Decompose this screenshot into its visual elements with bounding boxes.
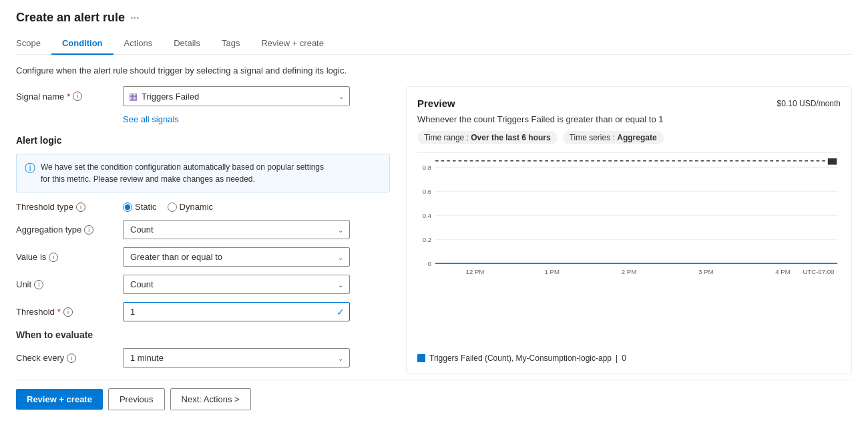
svg-text:3 PM: 3 PM	[698, 268, 713, 275]
preview-time-range-label: Time range :	[424, 133, 469, 142]
threshold-type-row: Threshold type i Static Dynamic	[16, 202, 390, 212]
page-description: Configure when the alert rule should tri…	[16, 65, 852, 76]
tab-review-create[interactable]: Review + create	[250, 33, 335, 55]
legend-separator: |	[616, 354, 618, 363]
threshold-info-icon[interactable]: i	[63, 307, 73, 317]
svg-text:1 PM: 1 PM	[545, 268, 560, 275]
threshold-row: Threshold * i ✓	[16, 302, 390, 321]
preview-time-series-value: Aggregate	[617, 133, 656, 142]
next-actions-button[interactable]: Next: Actions >	[170, 388, 251, 410]
preview-description: Whenever the count Triggers Failed is gr…	[417, 114, 841, 124]
threshold-dynamic-option[interactable]: Dynamic	[168, 202, 214, 212]
signal-bar-icon: ▦	[129, 91, 138, 102]
svg-text:0.4: 0.4	[423, 212, 432, 219]
page-title: Create an alert rule	[16, 11, 125, 25]
unit-select[interactable]: Count	[123, 275, 350, 294]
aggregation-type-select[interactable]: Count	[123, 220, 350, 239]
svg-text:0.8: 0.8	[423, 164, 431, 171]
preview-time-series-tag: Time series : Aggregate	[563, 131, 664, 144]
signal-name-value: Triggers Failed	[142, 92, 329, 102]
value-is-info-icon[interactable]: i	[49, 253, 58, 262]
check-every-info-icon[interactable]: i	[67, 354, 76, 363]
check-every-select[interactable]: 1 minute	[123, 348, 350, 368]
see-all-signals-link[interactable]: See all signals	[123, 114, 390, 124]
threshold-static-label: Static	[135, 202, 157, 212]
svg-text:0.2: 0.2	[423, 236, 431, 243]
signal-chevron-icon: ⌄	[339, 93, 344, 100]
review-create-button[interactable]: Review + create	[16, 389, 103, 410]
threshold-type-info-icon[interactable]: i	[76, 202, 85, 212]
aggregation-type-wrapper: Count ⌄	[123, 220, 350, 239]
value-is-label: Value is	[16, 252, 46, 262]
previous-button[interactable]: Previous	[108, 388, 165, 410]
legend-label: Triggers Failed (Count), My-Consumption-…	[429, 354, 612, 363]
chart-legend: Triggers Failed (Count), My-Consumption-…	[417, 354, 841, 363]
tab-actions[interactable]: Actions	[114, 33, 164, 55]
preview-title: Preview	[417, 98, 455, 109]
signal-name-dropdown[interactable]: ▦ Triggers Failed ⌄	[123, 86, 350, 106]
chart-area: 0.8 0.6 0.4 0.2 0	[417, 152, 841, 348]
alert-logic-title: Alert logic	[16, 135, 390, 146]
threshold-label: Threshold	[16, 307, 55, 317]
preview-time-range-value: Over the last 6 hours	[471, 133, 550, 142]
threshold-dynamic-label: Dynamic	[180, 202, 214, 212]
legend-color-box	[417, 354, 425, 362]
left-panel: Signal name * i ▦ Triggers Failed ⌄ See …	[16, 86, 390, 374]
check-every-wrapper: 1 minute ⌄	[123, 348, 350, 368]
unit-info-icon[interactable]: i	[34, 280, 43, 289]
svg-text:4 PM: 4 PM	[775, 268, 790, 275]
svg-text:0.6: 0.6	[423, 188, 431, 195]
preview-header: Preview $0.10 USD/month	[417, 98, 841, 109]
threshold-check-icon: ✓	[337, 307, 345, 317]
svg-text:0: 0	[428, 260, 431, 267]
threshold-input[interactable]	[123, 302, 350, 321]
nav-tabs: Scope Condition Actions Details Tags Rev…	[16, 33, 852, 55]
aggregation-type-row: Aggregation type i Count ⌄	[16, 220, 390, 239]
when-to-evaluate-title: When to evaluate	[16, 329, 390, 340]
info-banner: ⓘ We have set the condition configuratio…	[16, 154, 390, 192]
preview-panel: Preview $0.10 USD/month Whenever the cou…	[406, 86, 852, 374]
page-title-dots: ···	[130, 12, 139, 24]
signal-name-required: *	[67, 92, 70, 102]
threshold-static-option[interactable]: Static	[123, 202, 157, 212]
unit-row: Unit i Count ⌄	[16, 275, 390, 294]
tab-condition[interactable]: Condition	[51, 33, 114, 55]
value-is-row: Value is i Greater than or equal to ⌄	[16, 247, 390, 267]
tab-tags[interactable]: Tags	[211, 33, 250, 55]
signal-name-label: Signal name	[16, 92, 64, 102]
svg-text:UTC-07:00: UTC-07:00	[803, 268, 834, 275]
signal-name-row: Signal name * i ▦ Triggers Failed ⌄	[16, 86, 390, 106]
svg-text:2 PM: 2 PM	[622, 268, 636, 275]
preview-cost: $0.10 USD/month	[777, 99, 841, 108]
aggregation-type-label: Aggregation type	[16, 225, 81, 235]
threshold-required: *	[57, 307, 61, 317]
tab-scope[interactable]: Scope	[16, 33, 51, 55]
svg-text:12 PM: 12 PM	[466, 268, 485, 275]
check-every-label: Check every	[16, 353, 64, 363]
signal-name-info-icon[interactable]: i	[73, 92, 82, 101]
info-banner-icon: ⓘ	[25, 162, 35, 176]
unit-wrapper: Count ⌄	[123, 275, 350, 294]
check-every-row: Check every i 1 minute ⌄	[16, 348, 390, 368]
preview-chart: 0.8 0.6 0.4 0.2 0	[417, 158, 841, 279]
svg-rect-11	[828, 158, 837, 164]
preview-tags: Time range : Over the last 6 hours Time …	[417, 131, 841, 144]
value-is-select[interactable]: Greater than or equal to	[123, 247, 350, 267]
threshold-input-wrapper: ✓	[123, 302, 350, 321]
threshold-type-label: Threshold type	[16, 202, 73, 212]
preview-time-range-tag: Time range : Over the last 6 hours	[417, 131, 558, 144]
value-is-wrapper: Greater than or equal to ⌄	[123, 247, 350, 267]
aggregation-type-info-icon[interactable]: i	[84, 225, 93, 235]
preview-time-series-label: Time series :	[570, 133, 615, 142]
legend-value: 0	[622, 354, 626, 363]
unit-label: Unit	[16, 279, 31, 289]
info-banner-text: We have set the condition configuration …	[41, 161, 324, 185]
tab-details[interactable]: Details	[163, 33, 211, 55]
threshold-type-radio-group: Static Dynamic	[123, 202, 213, 212]
footer: Review + create Previous Next: Actions >	[16, 380, 852, 410]
